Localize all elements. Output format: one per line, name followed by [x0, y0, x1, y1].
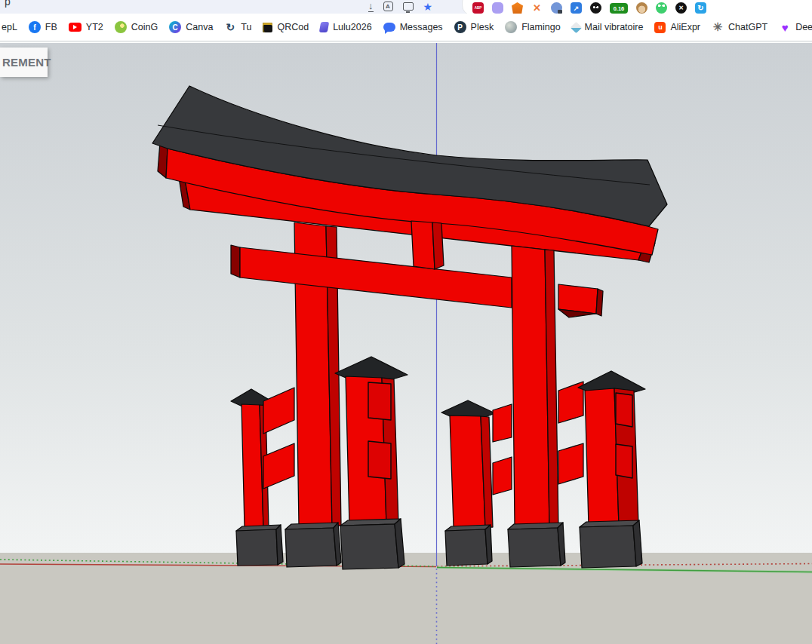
- qr-cube-icon: [263, 23, 272, 32]
- browser-toolbar: p ↓ A ★ ABP ✕ ↗ 0.16 ✕ ↻: [0, 0, 812, 14]
- circular-arrows-icon: ↻: [224, 21, 236, 33]
- torii-gate-scene: [0, 43, 812, 644]
- bookmark-qrcod[interactable]: QRCod: [263, 22, 309, 32]
- heart-icon: ♥: [779, 21, 791, 33]
- aliexpress-icon: u: [654, 22, 666, 33]
- left-assembly-panel-upper: [368, 382, 391, 420]
- right-assembly-left-post-front: [450, 416, 485, 527]
- bookmark-lulu2026[interactable]: Lulu2026: [320, 22, 371, 32]
- right-assembly-upper-rail: [493, 404, 512, 442]
- extensions-area: ABP ✕ ↗ 0.16 ✕ ↻: [462, 0, 812, 14]
- phantom-extension-icon[interactable]: [492, 2, 503, 14]
- bookmark-canva[interactable]: CCanva: [169, 21, 213, 33]
- bookmark-deepl[interactable]: epL: [2, 22, 17, 32]
- right-assembly-right-post-front: [585, 388, 619, 526]
- bookmark-flamingo[interactable]: Flamingo: [505, 21, 560, 33]
- purple-flame-icon: [319, 22, 329, 32]
- bookmark-plesk[interactable]: PPlesk: [454, 21, 494, 33]
- bookmark-mail-vibratoire[interactable]: Mail vibratoire: [572, 22, 644, 32]
- globe-icon: [505, 21, 517, 33]
- bookmark-deezer[interactable]: ♥Deezer: [779, 21, 812, 33]
- overlay-tab-label: REMENT: [2, 56, 51, 69]
- right-column-front: [512, 246, 549, 526]
- plesk-icon: P: [454, 21, 466, 33]
- right-assembly-panel-lower: [616, 444, 632, 478]
- bookmark-yt2[interactable]: YT2: [69, 22, 103, 32]
- toolbar-icons: ↓ A ★: [368, 0, 432, 13]
- nuki-right-front: [558, 284, 598, 314]
- chat-bubble-icon: [383, 23, 395, 32]
- bookmark-aliexpr[interactable]: uAliExpr: [654, 22, 700, 33]
- right-assembly-lower-rail-stub: [558, 443, 583, 484]
- orange-x-extension-icon[interactable]: ✕: [531, 2, 543, 14]
- right-assembly-lower-rail: [493, 457, 512, 495]
- download-icon[interactable]: ↓: [368, 2, 374, 12]
- 3d-viewport[interactable]: REMENT: [0, 41, 812, 644]
- bookmark-star-icon[interactable]: ★: [423, 2, 433, 12]
- bookmark-chatgpt[interactable]: ✳ChatGPT: [712, 21, 767, 33]
- youtube-icon: [69, 23, 82, 32]
- bookmark-messages[interactable]: Messages: [383, 22, 443, 32]
- canva-icon: C: [169, 21, 181, 33]
- bookmarks-bar: epL fFB YT2 CoinG CCanva ↻Tu QRCod Lulu2…: [0, 14, 812, 41]
- sync-extension-icon[interactable]: ↻: [695, 2, 706, 14]
- price-badge-extension-icon[interactable]: 0.16: [610, 3, 628, 14]
- x-circle-extension-icon[interactable]: ✕: [675, 2, 687, 14]
- nuki-left-cap: [231, 245, 240, 278]
- share-extension-icon[interactable]: ↗: [571, 2, 582, 14]
- coingecko-icon: [115, 21, 127, 33]
- send-to-device-icon[interactable]: [403, 2, 414, 11]
- black-cat-extension-icon[interactable]: [590, 2, 601, 14]
- viewport-overlay-tab: REMENT: [0, 48, 48, 77]
- sky: [0, 43, 812, 553]
- right-assembly-panel-upper: [616, 393, 632, 427]
- openai-icon: ✳: [712, 21, 724, 33]
- facebook-icon: f: [29, 21, 41, 33]
- gakuzuka-front: [411, 221, 435, 269]
- monkey-extension-icon[interactable]: [636, 2, 647, 14]
- nuki-right-cap: [596, 289, 603, 316]
- metamask-fox-extension-icon[interactable]: [512, 2, 523, 14]
- screen: p ↓ A ★ ABP ✕ ↗ 0.16 ✕ ↻ epL fFB YT2 Coi…: [0, 0, 812, 644]
- bookmark-coing[interactable]: CoinG: [115, 21, 158, 33]
- translate-icon[interactable]: A: [383, 2, 393, 11]
- bookmark-tu[interactable]: ↻Tu: [224, 21, 251, 33]
- adblock-extension-icon[interactable]: ABP: [472, 2, 484, 14]
- bookmark-fb[interactable]: fFB: [29, 21, 57, 33]
- left-assembly-panel-lower: [368, 441, 391, 479]
- bird-lock-extension-icon[interactable]: [551, 2, 562, 14]
- gakuzuka-side: [432, 222, 444, 269]
- url-text: p: [5, 0, 11, 8]
- diamond-icon: [570, 21, 582, 33]
- frog-extension-icon[interactable]: [656, 2, 667, 14]
